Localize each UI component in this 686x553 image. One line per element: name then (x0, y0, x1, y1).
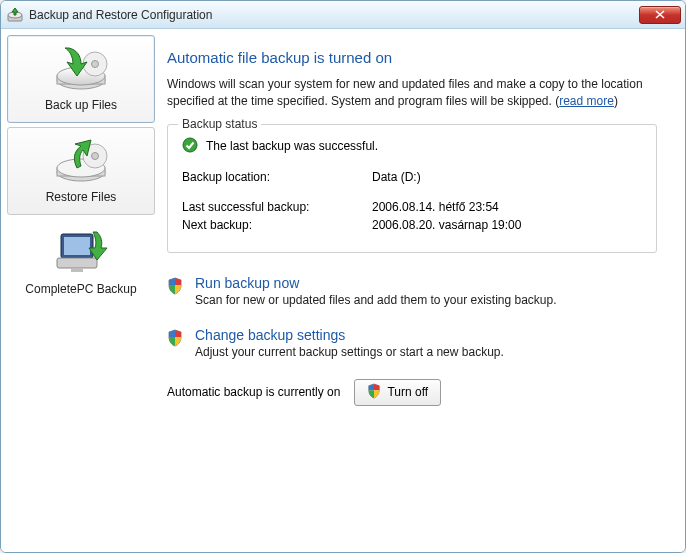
sidebar-item-backup-files[interactable]: Back up Files (7, 35, 155, 123)
sidebar-item-label: CompletePC Backup (12, 282, 150, 296)
info-val: 2006.08.20. vasárnap 19:00 (372, 218, 642, 232)
info-row-last: Last successful backup: 2006.08.14. hétf… (182, 200, 642, 214)
shield-icon (167, 329, 185, 350)
main-pane: Automatic file backup is turned on Windo… (159, 35, 679, 546)
sidebar: Back up Files Restore Files (7, 35, 155, 546)
footer-label: Automatic backup is currently on (167, 385, 340, 399)
run-backup-link[interactable]: Run backup now (195, 275, 657, 291)
backup-files-icon (12, 44, 150, 94)
read-more-link[interactable]: read more (559, 94, 614, 108)
info-key: Backup location: (182, 170, 372, 184)
change-settings-sub: Adjust your current backup settings or s… (195, 345, 657, 359)
turn-off-label: Turn off (387, 385, 428, 399)
svg-point-11 (92, 153, 99, 160)
change-settings-link[interactable]: Change backup settings (195, 327, 657, 343)
info-val: Data (D:) (372, 170, 642, 184)
info-key: Next backup: (182, 218, 372, 232)
shield-icon (167, 277, 185, 298)
page-heading: Automatic file backup is turned on (167, 49, 657, 66)
status-row: The last backup was successful. (182, 137, 642, 156)
footer: Automatic backup is currently on Turn of… (167, 379, 657, 406)
titlebar: Backup and Restore Configuration (1, 1, 685, 29)
sidebar-item-label: Restore Files (12, 190, 150, 204)
sidebar-item-restore-files[interactable]: Restore Files (7, 127, 155, 215)
app-icon (7, 7, 23, 23)
client-area: Back up Files Restore Files (1, 29, 685, 552)
sidebar-item-completepc-backup[interactable]: CompletePC Backup (7, 219, 155, 307)
turn-off-button[interactable]: Turn off (354, 379, 441, 406)
success-check-icon (182, 137, 198, 156)
svg-point-6 (92, 61, 99, 68)
group-legend: Backup status (178, 117, 261, 131)
backup-status-group: Backup status The last backup was succes… (167, 124, 657, 253)
info-row-location: Backup location: Data (D:) (182, 170, 642, 184)
close-button[interactable] (639, 6, 681, 24)
restore-files-icon (12, 136, 150, 186)
page-description: Windows will scan your system for new an… (167, 76, 657, 110)
svg-point-16 (183, 138, 197, 152)
svg-rect-14 (57, 258, 97, 268)
info-val: 2006.08.14. hétfő 23:54 (372, 200, 642, 214)
action-run-backup: Run backup now Scan for new or updated f… (167, 275, 657, 307)
close-icon (655, 10, 665, 19)
svg-rect-15 (71, 268, 83, 272)
run-backup-sub: Scan for new or updated files and add th… (195, 293, 657, 307)
sidebar-item-label: Back up Files (12, 98, 150, 112)
info-row-next: Next backup: 2006.08.20. vasárnap 19:00 (182, 218, 642, 232)
status-text: The last backup was successful. (206, 139, 378, 153)
completepc-backup-icon (12, 228, 150, 278)
info-key: Last successful backup: (182, 200, 372, 214)
action-change-settings: Change backup settings Adjust your curre… (167, 327, 657, 359)
window-title: Backup and Restore Configuration (29, 8, 639, 22)
shield-icon (367, 383, 381, 402)
svg-rect-13 (64, 237, 90, 255)
